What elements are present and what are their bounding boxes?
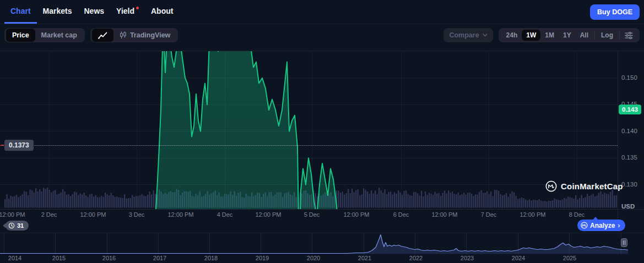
nav-tab-label: About [151,7,173,15]
analyze-label: Analyze [590,222,615,229]
x-axis-tick-label: 12:00 PM [519,211,545,218]
coinmarketcap-logo-icon [581,222,588,229]
timeline-year-label: 2019 [256,255,269,261]
baseline-price-label: 0.1373 [4,140,34,151]
history-count-badge[interactable]: 31 [6,221,29,231]
price-chart-plot[interactable] [0,51,618,209]
x-axis-tick-label: 12:00 PM [0,211,25,218]
x-axis-tick-label: 12:00 PM [343,211,369,218]
range-24h[interactable]: 24h [502,30,522,41]
y-axis-tick-label: 0.135 [621,154,637,161]
y-axis-tick-label: 0.130 [621,181,637,188]
chart-settings-button[interactable] [621,32,636,39]
candlestick-icon [120,31,127,39]
tradingview-chart-type-button[interactable]: TradingView [113,29,176,42]
current-price-badge: 0.143 [619,105,641,114]
x-axis-tick-label: 12:00 PM [431,211,457,218]
x-axis-tick-label: 4 Dec [217,211,233,218]
nav-tabs: ChartMarketsNewsYieldAbout [4,0,179,24]
timeline-scrubber[interactable] [0,233,631,254]
timeline-year-label: 2016 [102,255,116,261]
timeline-year-label: 2025 [563,255,576,261]
compare-button[interactable]: Compare [443,28,493,42]
x-axis-separator [0,209,644,210]
history-count: 31 [17,222,24,229]
x-axis-tick-label: 5 Dec [304,211,320,218]
buy-doge-button[interactable]: Buy DOGE [590,4,640,20]
clock-history-icon [8,222,15,229]
plot-top-border [0,51,644,51]
y-axis-tick-label: 0.150 [621,74,637,81]
range-1m[interactable]: 1M [540,30,559,41]
timeline-year-label: 2015 [52,255,66,261]
nav-tab-label: News [84,7,104,15]
x-axis-tick-label: 12:00 PM [255,211,281,218]
timeline-year-label: 2014 [8,255,21,261]
nav-tab-yield[interactable]: Yield [110,0,145,24]
top-nav: ChartMarketsNewsYieldAbout Buy DOGE [0,0,644,24]
watermark: CoinMarketCap [545,180,623,192]
y-axis-tick-label: 0.140 [621,128,637,134]
x-axis-tick-label: 6 Dec [393,211,409,218]
coinmarketcap-logo-icon [545,180,557,192]
tradingview-label: TradingView [130,31,170,39]
log-scale-button[interactable]: Log [597,30,618,41]
range-all[interactable]: All [576,30,593,41]
toolbar-right: Compare 24h1W1M1YAll Log [443,28,640,42]
x-axis-tick-label: 3 Dec [129,211,145,218]
nav-tab-label: Chart [10,7,31,15]
x-axis-tick-label: 2 Dec [41,211,57,218]
timeline-year-label: 2021 [358,255,371,261]
line-chart-type-button[interactable] [92,29,113,42]
line-chart-icon [98,32,107,39]
range-selector: 24h1W1M1YAll Log [499,28,640,42]
x-axis-tick-label: 12:00 PM [167,211,193,218]
timeline-year-label: 2018 [204,255,218,261]
compare-label: Compare [449,31,479,39]
timeline-year-label: 2024 [512,255,525,261]
nav-tab-label: Markets [43,7,72,15]
chevron-right-icon: › [618,221,620,229]
x-axis-tick-label: 8 Dec [569,211,585,218]
timeline-year-label: 2020 [307,255,320,261]
timeline-year-label: 2017 [153,255,166,261]
tab-market-cap[interactable]: Market cap [35,29,83,42]
range-1y[interactable]: 1Y [559,30,576,41]
baseline-left-marker [1,145,4,146]
baseline-dotted-line [0,145,618,146]
coinmarketcap-chart-page: { "nav": { "items": [ {"label":"Chart","… [0,0,644,263]
timeline-scrub-handle[interactable] [621,238,627,247]
range-1w[interactable]: 1W [522,30,540,41]
timeline-year-label: 2023 [461,255,474,261]
nav-tab-about[interactable]: About [145,0,179,24]
metric-toggle: Price Market cap [4,28,85,42]
y-axis-separator [618,51,618,220]
watermark-text: CoinMarketCap [561,182,623,191]
range-options: 24h1W1M1YAll [502,30,593,41]
analyze-button[interactable]: Analyze › [577,220,625,231]
nav-tab-news[interactable]: News [78,0,110,24]
chart-toolbar: Price Market cap TradingView Compare [4,28,640,42]
sliders-icon [625,32,633,39]
chevron-down-icon [483,34,488,37]
nav-tab-chart[interactable]: Chart [4,0,37,24]
divider [619,31,620,39]
tab-price[interactable]: Price [6,29,35,42]
divider [594,31,595,39]
chart-type-toggle: TradingView [90,28,178,42]
x-axis-tick-label: 12:00 PM [80,211,106,218]
nav-tab-markets[interactable]: Markets [37,0,78,24]
x-axis-tick-label: 7 Dec [481,211,497,218]
timeline-year-label: 2022 [409,255,423,261]
new-feature-dot-icon [136,7,139,9]
currency-unit-label: USD [621,203,635,210]
nav-tab-label: Yield [116,7,134,15]
